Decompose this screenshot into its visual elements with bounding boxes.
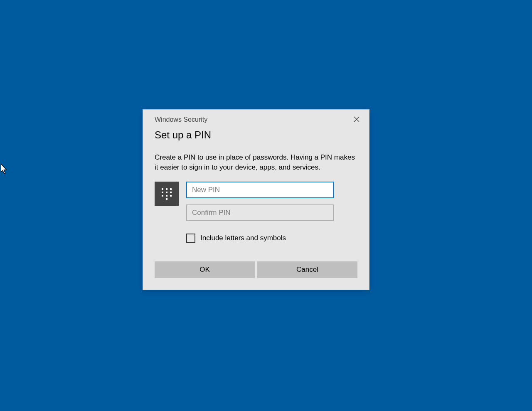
- dialog-title: Set up a PIN: [143, 126, 369, 141]
- close-icon: [354, 116, 360, 123]
- keypad-icon: [155, 182, 179, 206]
- ok-button[interactable]: OK: [155, 261, 255, 278]
- svg-rect-5: [162, 192, 163, 193]
- pin-fields: Include letters and symbols: [186, 182, 357, 243]
- confirm-pin-input[interactable]: [186, 204, 334, 221]
- close-button[interactable]: [348, 113, 365, 126]
- pin-setup-dialog: Windows Security Set up a PIN Create a P…: [143, 109, 369, 290]
- svg-rect-6: [166, 192, 167, 193]
- dialog-header: Windows Security: [143, 110, 369, 126]
- svg-rect-4: [170, 188, 172, 190]
- new-pin-input[interactable]: [186, 182, 334, 198]
- svg-rect-3: [166, 188, 167, 190]
- svg-rect-10: [170, 195, 172, 197]
- svg-rect-7: [170, 192, 172, 193]
- include-letters-checkbox[interactable]: [186, 234, 195, 243]
- svg-rect-8: [162, 195, 163, 197]
- dialog-description: Create a PIN to use in place of password…: [143, 141, 369, 172]
- svg-rect-2: [162, 188, 163, 190]
- include-letters-checkbox-row[interactable]: Include letters and symbols: [186, 234, 357, 243]
- cursor-icon: [1, 164, 7, 172]
- svg-rect-11: [166, 198, 167, 200]
- svg-rect-9: [166, 195, 167, 197]
- pin-section: Include letters and symbols: [143, 172, 369, 243]
- cancel-button[interactable]: Cancel: [257, 261, 357, 278]
- dialog-buttons: OK Cancel: [143, 243, 369, 290]
- dialog-app-title: Windows Security: [155, 116, 207, 123]
- include-letters-label: Include letters and symbols: [200, 234, 286, 242]
